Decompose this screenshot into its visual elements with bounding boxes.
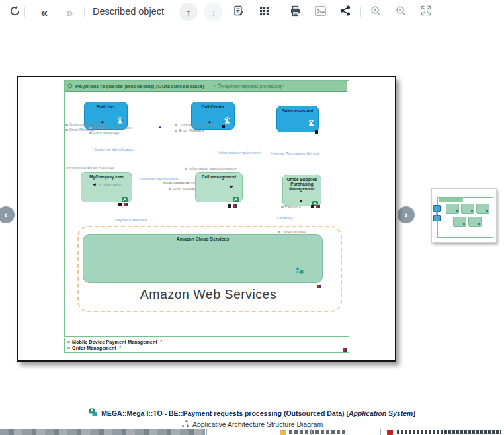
system-label: MyCompany.com (81, 175, 132, 179)
message-label: Error Message (175, 128, 204, 132)
arrow-up-glyph: ▲ (158, 125, 162, 129)
toolbar: « » Described object ↑ ↓ (0, 0, 504, 25)
printer-icon (290, 5, 301, 19)
arrow-up-glyph: ▲ (299, 198, 303, 202)
corner-badge-icon (228, 204, 231, 208)
app-window: { "colors": { "accent_green": "#8fcaa2",… (0, 0, 504, 435)
process-icon-small (217, 83, 222, 89)
system-mycompany[interactable]: MyCompany.com ◀ Information (81, 172, 132, 202)
row-label: Mobile Device Payment Management (72, 340, 157, 344)
export-icon (122, 193, 128, 198)
corner-badge-icon (233, 204, 237, 208)
toolbar-separator (360, 7, 361, 17)
monitor-icon (433, 215, 441, 221)
actor-sales-assistant[interactable]: Sales assistant (276, 106, 319, 132)
flow-label: Ordering (277, 216, 292, 220)
back-button[interactable]: « (35, 3, 54, 21)
actor-label: End User (85, 104, 127, 109)
share-button[interactable] (336, 3, 355, 21)
arrow-down-icon: ↓ (211, 7, 216, 17)
report-button[interactable] (230, 3, 248, 21)
angle-open: < (214, 84, 216, 89)
application-system-icon (89, 407, 97, 419)
system-label: Office Supplies Purchasing Management (283, 177, 321, 192)
flow-label: Information requirement (218, 151, 261, 155)
corner-badge-icon (118, 203, 122, 206)
message-label: Payment (281, 204, 301, 208)
bracket-close: ] (413, 409, 415, 417)
message-label: Error Message (89, 131, 119, 135)
row-label: Order Management (72, 346, 116, 350)
next-page-button[interactable]: › (398, 206, 415, 223)
system-office-supplies[interactable]: Office Supplies Purchasing Management ▲ (282, 175, 321, 206)
monitor-icon (433, 205, 441, 212)
message-label: Error Message (169, 187, 198, 191)
strip-separator (311, 429, 312, 435)
message-label: Information about customer (66, 166, 114, 170)
diagram-header[interactable]: Payment requests processing (Outsourced … (65, 81, 347, 92)
link-arrow-icon: ↗ (159, 339, 162, 343)
thumbnail-box (461, 204, 474, 214)
link-arrow-icon: ↗ (118, 345, 121, 349)
thumbnail-box (446, 204, 459, 214)
row-mobile-device-payment[interactable]: Mobile Device Payment Management ↗ (67, 339, 349, 345)
described-object-label: Described object (93, 6, 164, 17)
toolbar-separator (84, 7, 85, 17)
folder-icon (280, 430, 286, 435)
chevron-right-icon: › (404, 209, 407, 221)
clipped-thumbnail-block (0, 429, 205, 435)
forward-button[interactable]: » (60, 3, 79, 21)
refresh-button[interactable] (5, 3, 24, 21)
arrow-up-icon: ↑ (186, 7, 191, 17)
diagram-title: Payment requests processing (Outsourced … (75, 83, 204, 89)
system-amazon-cloud-services[interactable]: Amazon Cloud Services (83, 234, 323, 283)
clipped-text (289, 430, 345, 434)
object-path: MEGA::Mega I::TO - BE::Payment requests … (101, 409, 344, 417)
clipped-text (397, 430, 501, 434)
export-icon (312, 197, 318, 202)
corner-badge-icon (124, 203, 128, 206)
headset-agent-icon (307, 118, 315, 130)
fullscreen-icon (421, 5, 431, 19)
system-call-management[interactable]: Call management ▶ (195, 172, 243, 202)
diagram-page: Payment requests processing (Outsourced … (17, 76, 396, 362)
print-button[interactable] (286, 3, 304, 21)
move-up-button[interactable]: ↑ (179, 3, 198, 21)
diagram-subtitle-link[interactable]: < Payment requests processing > (214, 83, 285, 89)
subtitle-text: Payment requests processing (222, 84, 282, 89)
report-icon (233, 5, 244, 19)
previous-page-button[interactable]: ‹ (0, 206, 15, 223)
thumbnail-box (468, 217, 482, 227)
forward-icon: » (66, 6, 73, 19)
corner-badge-icon (343, 348, 347, 352)
object-type: Application System (349, 409, 413, 417)
workstation-icon (295, 265, 304, 277)
cloud-label: Amazon Cloud Services (83, 237, 322, 241)
arrow-right-glyph: ▶ (230, 184, 233, 188)
zoom-out-button[interactable] (392, 3, 410, 21)
strip-separator (206, 429, 207, 435)
chevron-left-icon: ‹ (4, 209, 7, 221)
row-order-management[interactable]: Order Management ↗ (67, 345, 349, 351)
actor-label: Call Center (192, 104, 234, 109)
share-icon (340, 5, 351, 19)
arrow-left-glyph: ◀ (93, 182, 96, 186)
fullscreen-button[interactable] (417, 3, 435, 21)
move-down-button[interactable]: ↓ (204, 3, 223, 21)
zoom-in-button[interactable] (366, 3, 385, 21)
bullet-icon (67, 347, 70, 349)
grid-button[interactable] (255, 3, 273, 21)
flow-label: Payment interface (115, 218, 147, 222)
corner-badge-icon (316, 205, 320, 208)
message-label: Customer Information (175, 123, 217, 127)
system-label: Call management (196, 175, 242, 179)
strip-separator (380, 429, 381, 435)
toolbar-separator (24, 7, 25, 17)
back-icon: « (41, 6, 48, 19)
image-icon (315, 6, 326, 19)
image-button[interactable] (311, 3, 329, 21)
next-page-thumbnail[interactable] (431, 188, 497, 243)
thumbnail-titlebar (439, 198, 463, 202)
flow-label: Customer identification (94, 147, 134, 151)
toolbar-separator (280, 7, 280, 17)
